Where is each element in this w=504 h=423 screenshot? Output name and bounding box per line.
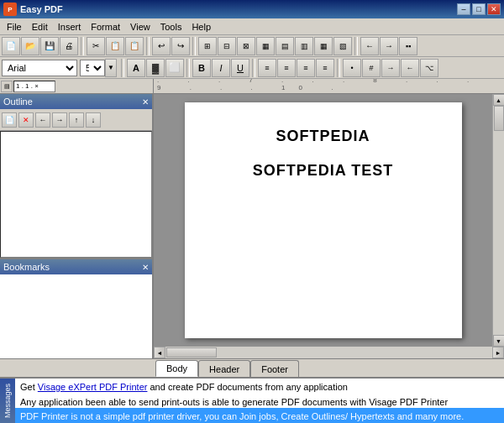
table-btn-8[interactable]: ▧: [333, 37, 352, 55]
scroll-right-button[interactable]: ►: [492, 347, 504, 358]
app-title: Easy PDF: [20, 4, 63, 14]
tab-header[interactable]: Header: [198, 360, 250, 377]
scroll-down-button[interactable]: ▼: [493, 335, 505, 347]
open-button[interactable]: 📂: [21, 37, 39, 55]
doc-scroll-inner[interactable]: SOFTPEDIA SOFTPEDIA TEST: [154, 94, 492, 347]
nav-back-button[interactable]: ←: [360, 37, 379, 55]
h-scroll-thumb[interactable]: [166, 347, 217, 358]
table-btn-4[interactable]: ▦: [256, 37, 275, 55]
minimize-button[interactable]: –: [457, 3, 470, 15]
toolbar-sep-3: [192, 37, 196, 55]
bookmarks-label: Bookmarks: [3, 262, 50, 272]
table-btn-6[interactable]: ▥: [295, 37, 313, 55]
toolbar-sep-4: [354, 37, 358, 55]
align-left-button[interactable]: ≡: [258, 59, 276, 77]
title-bar: P Easy PDF – □ ✕: [0, 0, 504, 18]
menu-tools[interactable]: Tools: [155, 20, 187, 34]
scroll-up-button[interactable]: ▲: [493, 94, 505, 106]
bg-color-button[interactable]: ⬜: [165, 59, 184, 77]
vertical-scrollbar[interactable]: ▲ ▼: [492, 94, 504, 347]
nav-fwd-button[interactable]: →: [380, 37, 398, 55]
ruler: ▤ 1 . 1 . × . 1 . . . 2 . . . 3 . . . 4 …: [0, 79, 504, 94]
close-button[interactable]: ✕: [487, 3, 501, 15]
messages-tab[interactable]: Messages: [0, 379, 15, 423]
bookmarks-close-button[interactable]: ✕: [142, 263, 149, 272]
new-button[interactable]: 📄: [2, 37, 20, 55]
copy-button[interactable]: 📋: [106, 37, 124, 55]
nav-page-button[interactable]: ▪▪: [399, 37, 417, 55]
align-center-button[interactable]: ≡: [277, 59, 296, 77]
table-btn-2[interactable]: ⊟: [218, 37, 236, 55]
table-btn-3[interactable]: ⊠: [237, 37, 255, 55]
message-line-2: Any application been able to send print-…: [15, 394, 504, 409]
menu-edit[interactable]: Edit: [27, 20, 53, 34]
save-button[interactable]: 💾: [40, 37, 59, 55]
menu-file[interactable]: File: [2, 20, 27, 34]
outline-down-btn[interactable]: ↓: [86, 112, 101, 128]
messages-content: Get Visage eXPert PDF Printer and create…: [15, 379, 504, 423]
menu-format[interactable]: Format: [86, 20, 125, 34]
highlight-button[interactable]: ▓: [146, 59, 165, 77]
message-line-1: Get Visage eXPert PDF Printer and create…: [15, 379, 504, 394]
message-line-3: PDF Printer is not a simple pdf printer …: [15, 408, 504, 423]
messages-panel: Messages Get Visage eXPert PDF Printer a…: [0, 377, 504, 423]
bookmarks-content: [0, 274, 152, 358]
maximize-button[interactable]: □: [472, 3, 486, 15]
align-justify-button[interactable]: ≡: [316, 59, 334, 77]
toolbar-sep-1: [81, 37, 84, 55]
title-bar-left: P Easy PDF: [3, 3, 63, 16]
horizontal-scrollbar[interactable]: ◄ ►: [154, 347, 504, 358]
outline-delete-btn[interactable]: ✕: [18, 112, 34, 128]
outline-content: [0, 131, 152, 258]
ruler-left-pad: ▤ 1 . 1 . ×: [0, 79, 154, 94]
outline-label: Outline: [3, 97, 33, 107]
format-sep-3: [337, 59, 340, 77]
redo-button[interactable]: ↪: [171, 37, 190, 55]
doc-line-2: SOFTPEDIA TEST: [253, 162, 393, 180]
indent-button[interactable]: →: [381, 59, 400, 77]
scroll-track: [493, 106, 505, 335]
menu-view[interactable]: View: [125, 20, 155, 34]
cut-button[interactable]: ✂: [87, 37, 105, 55]
menu-insert[interactable]: Insert: [53, 20, 87, 34]
ruler-page-btn[interactable]: ▤: [1, 81, 13, 92]
outline-new-btn[interactable]: 📄: [2, 112, 17, 128]
outline-panel-header: Outline ✕: [0, 94, 152, 109]
table-btn-5[interactable]: ▤: [276, 37, 294, 55]
font-name-select[interactable]: Arial: [2, 60, 77, 76]
italic-button[interactable]: I: [212, 59, 230, 77]
menu-bar: File Edit Insert Format View Tools Help: [0, 18, 504, 35]
doc-outer: SOFTPEDIA SOFTPEDIA TEST ▲ ▼: [154, 94, 504, 347]
ordered-list-button[interactable]: #: [362, 59, 381, 77]
table-btn-1[interactable]: ⊞: [198, 37, 217, 55]
outdent-button[interactable]: ←: [401, 59, 419, 77]
bookmarks-panel: Bookmarks ✕: [0, 258, 152, 358]
message-link[interactable]: Visage eXPert PDF Printer: [38, 382, 148, 392]
undo-button[interactable]: ↩: [152, 37, 171, 55]
extra-format-button[interactable]: ⌥: [420, 59, 438, 77]
tab-footer[interactable]: Footer: [250, 360, 299, 377]
document-area: SOFTPEDIA SOFTPEDIA TEST ▲ ▼ ◄ ►: [154, 94, 504, 358]
outline-fwd-btn[interactable]: →: [52, 112, 67, 128]
bookmarks-header: Bookmarks ✕: [0, 259, 152, 274]
bold-button[interactable]: B: [192, 59, 211, 77]
outline-back-btn[interactable]: ←: [35, 112, 50, 128]
outline-close-button[interactable]: ✕: [142, 97, 149, 107]
format-sep-1: [186, 59, 190, 77]
table-btn-7[interactable]: ▦: [314, 37, 333, 55]
font-size-select[interactable]: 5 6 8 10 12: [80, 60, 105, 76]
scroll-thumb[interactable]: [494, 106, 504, 131]
font-size-dropdown[interactable]: ▼: [105, 59, 117, 77]
scroll-left-button[interactable]: ◄: [154, 347, 165, 358]
font-color-button[interactable]: A: [127, 59, 145, 77]
underline-button[interactable]: U: [231, 59, 249, 77]
align-right-button[interactable]: ≡: [297, 59, 315, 77]
print-button[interactable]: 🖨: [60, 37, 78, 55]
menu-help[interactable]: Help: [186, 20, 216, 34]
window-controls: – □ ✕: [457, 3, 501, 15]
outline-up-btn[interactable]: ↑: [69, 112, 84, 128]
doc-page: SOFTPEDIA SOFTPEDIA TEST: [185, 102, 462, 338]
tab-body[interactable]: Body: [155, 360, 198, 377]
unordered-list-button[interactable]: •: [343, 59, 361, 77]
paste-button[interactable]: 📋: [125, 37, 144, 55]
